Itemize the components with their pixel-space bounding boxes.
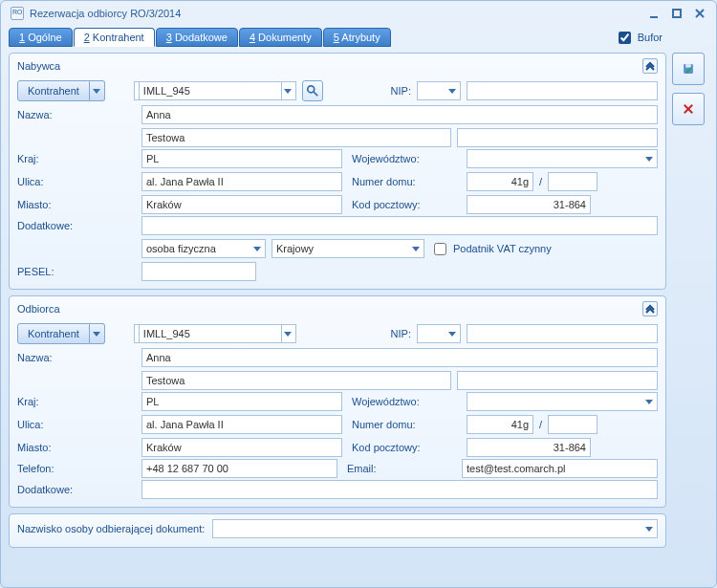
pesel-label-nabywca: PESEL: bbox=[17, 266, 132, 277]
woj-label-odbiorca: Województwo: bbox=[352, 396, 457, 407]
svg-marker-5 bbox=[284, 89, 292, 94]
slash: / bbox=[539, 419, 542, 430]
nazwa1-input-nabywca[interactable] bbox=[141, 105, 658, 124]
kontrahent-button-dropdown[interactable] bbox=[90, 80, 105, 101]
tel-label-odbiorca: Telefon: bbox=[17, 463, 132, 474]
kontrahent-button-odbiorca[interactable]: Kontrahent bbox=[17, 323, 105, 344]
nip-input-nabywca[interactable] bbox=[467, 81, 658, 100]
kontrahent-button-dropdown-odbiorca[interactable] bbox=[90, 323, 105, 344]
cancel-button[interactable] bbox=[672, 93, 705, 125]
nrd2-input-odbiorca[interactable] bbox=[548, 415, 598, 434]
svg-rect-1 bbox=[673, 10, 681, 17]
kraj-label-odbiorca: Kraj: bbox=[17, 396, 132, 407]
svg-marker-10 bbox=[253, 247, 261, 251]
slash: / bbox=[539, 176, 542, 187]
odbiorca-panel: Odbiorca Kontrahent NIP: bbox=[9, 295, 666, 508]
miasto-input-odbiorca[interactable] bbox=[141, 438, 342, 457]
ulica-input-odbiorca[interactable] bbox=[141, 415, 342, 434]
woj-label-nabywca: Województwo: bbox=[352, 153, 457, 164]
nabywca-panel: Nabywca Kontrahent NIP: bbox=[9, 53, 666, 290]
footer-label: Nazwisko osoby odbierającej dokument: bbox=[17, 523, 205, 534]
pesel-input-nabywca[interactable] bbox=[141, 262, 256, 281]
miasto-label-odbiorca: Miasto: bbox=[17, 442, 132, 453]
svg-line-7 bbox=[314, 92, 317, 96]
collapse-nabywca[interactable] bbox=[642, 58, 658, 74]
kod-input-odbiorca[interactable] bbox=[467, 438, 591, 457]
kod-input-nabywca[interactable] bbox=[467, 195, 591, 214]
kontrahent-button-main-odbiorca[interactable]: Kontrahent bbox=[17, 323, 90, 344]
vat-checkbox-input[interactable] bbox=[434, 243, 446, 255]
tel-input-odbiorca[interactable] bbox=[141, 459, 337, 478]
woj-select-odbiorca[interactable] bbox=[467, 392, 658, 411]
tab-dodatkowe[interactable]: 3 Dodatkowe bbox=[156, 28, 238, 47]
nip-prefix-odbiorca[interactable] bbox=[417, 324, 461, 343]
kontrahent-value-input-nabywca[interactable] bbox=[139, 81, 282, 100]
bufor-label: Bufor bbox=[638, 32, 663, 43]
tab-dokumenty[interactable]: 4 Dokumenty bbox=[239, 28, 322, 47]
kod-label-nabywca: Kod pocztowy: bbox=[352, 199, 457, 210]
svg-marker-13 bbox=[284, 332, 292, 337]
odbiorca-title: Odbiorca bbox=[17, 303, 642, 315]
nazwa-label-odbiorca: Nazwa: bbox=[17, 352, 132, 363]
vat-checkbox[interactable]: Podatnik VAT czynny bbox=[430, 240, 552, 258]
footer-select[interactable] bbox=[212, 519, 658, 538]
titlebar: Rezerwacja odbiorcy RO/3/2014 bbox=[1, 1, 716, 26]
nazwa2-input-nabywca[interactable] bbox=[141, 128, 451, 147]
nazwa-label-nabywca: Nazwa: bbox=[17, 109, 132, 120]
svg-marker-11 bbox=[412, 247, 420, 251]
kontrahent-value-nabywca[interactable] bbox=[134, 81, 296, 100]
maximize-button[interactable] bbox=[670, 7, 684, 20]
woj-select-nabywca[interactable] bbox=[467, 149, 658, 168]
typ2-select-nabywca[interactable]: Krajowy bbox=[272, 239, 424, 258]
nip-label-nabywca: NIP: bbox=[391, 85, 411, 97]
tab-bar: 1 Ogólne 2 Kontrahent 3 Dodatkowe 4 Doku… bbox=[9, 28, 391, 47]
svg-rect-18 bbox=[685, 64, 691, 68]
svg-marker-12 bbox=[93, 332, 100, 337]
ulica-input-nabywca[interactable] bbox=[141, 172, 342, 191]
nazwa1-input-odbiorca[interactable] bbox=[141, 348, 658, 367]
collapse-odbiorca[interactable] bbox=[642, 301, 658, 316]
kontrahent-value-odbiorca[interactable] bbox=[134, 324, 296, 343]
ulica-label-nabywca: Ulica: bbox=[17, 176, 132, 187]
vat-label: Podatnik VAT czynny bbox=[453, 243, 552, 254]
kraj-label-nabywca: Kraj: bbox=[17, 153, 132, 164]
nrd2-input-nabywca[interactable] bbox=[548, 172, 598, 191]
tab-ogolne[interactable]: 1 Ogólne bbox=[9, 28, 73, 47]
bufor-checkbox-input[interactable] bbox=[619, 32, 631, 44]
minimize-button[interactable] bbox=[647, 7, 661, 20]
app-icon bbox=[11, 7, 24, 20]
nrd-input-nabywca[interactable] bbox=[467, 172, 533, 191]
kraj-input-odbiorca[interactable] bbox=[141, 392, 342, 411]
dod-input-odbiorca[interactable] bbox=[141, 480, 658, 499]
kontrahent-button-main[interactable]: Kontrahent bbox=[17, 80, 90, 101]
svg-marker-4 bbox=[93, 89, 100, 94]
bufor-checkbox[interactable]: Bufor bbox=[615, 29, 663, 47]
close-button[interactable] bbox=[693, 7, 706, 20]
dod-input-nabywca[interactable] bbox=[141, 216, 658, 235]
svg-point-6 bbox=[308, 86, 315, 93]
nrd-input-odbiorca[interactable] bbox=[467, 415, 533, 434]
dod-label-odbiorca: Dodatkowe: bbox=[17, 484, 132, 495]
email-input-odbiorca[interactable] bbox=[462, 459, 658, 478]
kod-label-odbiorca: Kod pocztowy: bbox=[352, 442, 457, 453]
dod-label-nabywca: Dodatkowe: bbox=[17, 220, 132, 231]
typ1-select-nabywca[interactable]: osoba fizyczna bbox=[141, 239, 266, 258]
kontrahent-value-input-odbiorca[interactable] bbox=[139, 324, 282, 343]
nip-input-odbiorca[interactable] bbox=[467, 324, 658, 343]
nip-prefix-nabywca[interactable] bbox=[417, 81, 461, 100]
tab-kontrahent[interactable]: 2 Kontrahent bbox=[74, 28, 155, 47]
svg-marker-15 bbox=[645, 400, 653, 404]
nazwa2-input-odbiorca[interactable] bbox=[141, 371, 451, 390]
window-title: Rezerwacja odbiorcy RO/3/2014 bbox=[30, 8, 647, 19]
miasto-input-nabywca[interactable] bbox=[141, 195, 342, 214]
nazwa3-input-nabywca[interactable] bbox=[457, 128, 658, 147]
tab-atrybuty[interactable]: 5 Atrybuty bbox=[323, 28, 391, 47]
save-button[interactable] bbox=[672, 53, 705, 85]
kontrahent-button-nabywca[interactable]: Kontrahent bbox=[17, 80, 105, 101]
nip-label-odbiorca: NIP: bbox=[391, 328, 411, 339]
lookup-button-nabywca[interactable] bbox=[302, 80, 323, 101]
kraj-input-nabywca[interactable] bbox=[141, 149, 342, 168]
nazwa3-input-odbiorca[interactable] bbox=[457, 371, 658, 390]
svg-marker-9 bbox=[645, 157, 653, 162]
ulica-label-odbiorca: Ulica: bbox=[17, 419, 132, 430]
